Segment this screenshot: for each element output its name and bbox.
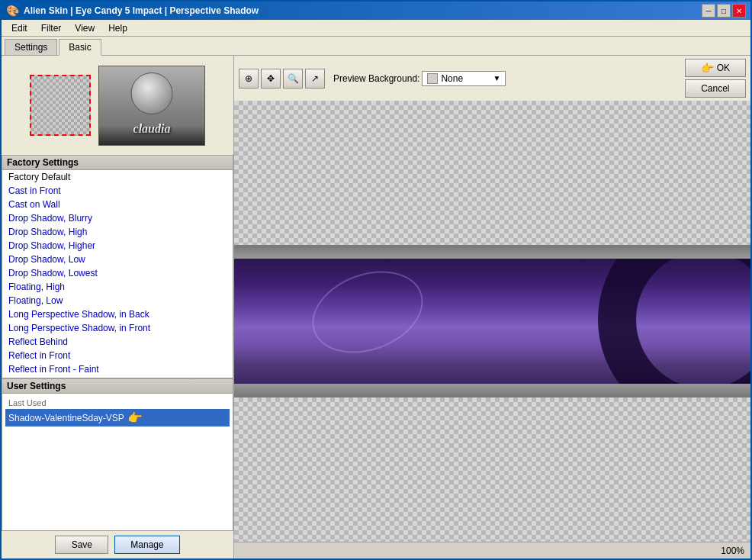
list-item-drop-shadow-lowest[interactable]: Drop Shadow, Lowest bbox=[2, 266, 233, 280]
manage-button[interactable]: Manage bbox=[114, 536, 179, 554]
main-window: 🎨 Alien Skin | Eye Candy 5 Impact | Pers… bbox=[0, 0, 752, 560]
list-item-cast-on-wall[interactable]: Cast on Wall bbox=[2, 198, 233, 211]
list-item-drop-shadow-higher[interactable]: Drop Shadow, Higher bbox=[2, 239, 233, 253]
list-item-reflect-front[interactable]: Reflect in Front bbox=[2, 349, 233, 362]
top-checker bbox=[234, 101, 750, 245]
user-settings-list[interactable]: Last Used Shadow-ValentineSday-VSP 👉 bbox=[2, 394, 233, 531]
window-title: Alien Skin | Eye Candy 5 Impact | Perspe… bbox=[24, 5, 259, 16]
middle-section bbox=[234, 245, 750, 397]
list-item-floating-high[interactable]: Floating, High bbox=[2, 280, 233, 294]
purple-area bbox=[234, 259, 750, 384]
preview-bg-value: None bbox=[441, 73, 463, 84]
thumb-circle bbox=[131, 72, 173, 114]
close-button[interactable]: ✕ bbox=[732, 4, 746, 18]
list-item-factory-default[interactable]: Factory Default bbox=[2, 170, 233, 184]
arrow-button[interactable]: ↗ bbox=[305, 69, 325, 89]
thumbnail-area: claudia bbox=[2, 56, 233, 155]
menu-bar: Edit Filter View Help bbox=[2, 20, 750, 37]
ok-button[interactable]: 👉 OK bbox=[685, 59, 746, 77]
preview-bg-dropdown[interactable]: None ▼ bbox=[422, 71, 506, 86]
after-thumbnail: claudia bbox=[98, 66, 205, 146]
zoom-fit-button[interactable]: ⊕ bbox=[239, 69, 259, 89]
title-bar: 🎨 Alien Skin | Eye Candy 5 Impact | Pers… bbox=[2, 2, 750, 20]
pan-icon: ✥ bbox=[267, 73, 275, 84]
ok-cancel-buttons: 👉 OK Cancel bbox=[685, 59, 746, 98]
list-item-drop-shadow-high[interactable]: Drop Shadow, High bbox=[2, 225, 233, 239]
title-bar-left: 🎨 Alien Skin | Eye Candy 5 Impact | Pers… bbox=[6, 5, 259, 17]
tab-basic[interactable]: Basic bbox=[59, 39, 101, 56]
zoom-fit-icon: ⊕ bbox=[245, 73, 252, 84]
right-panel: ⊕ ✥ 🔍 ↗ Preview Background: None bbox=[234, 56, 750, 558]
factory-settings-list[interactable]: Factory Default Cast in Front Cast on Wa… bbox=[2, 170, 233, 378]
user-settings-header: User Settings bbox=[2, 378, 233, 394]
pan-button[interactable]: ✥ bbox=[261, 69, 281, 89]
user-setting-shadow-valentines[interactable]: Shadow-ValentineSday-VSP 👉 bbox=[5, 409, 230, 426]
gray-stripe-top bbox=[234, 245, 750, 259]
list-item-long-persp-front[interactable]: Long Perspective Shadow, in Front bbox=[2, 321, 233, 335]
before-thumbnail bbox=[30, 75, 91, 136]
factory-settings-header: Factory Settings bbox=[2, 155, 233, 170]
gray-stripe-bottom bbox=[234, 384, 750, 397]
menu-view[interactable]: View bbox=[68, 21, 101, 36]
tabs-bar: Settings Basic bbox=[2, 37, 750, 55]
right-header: ⊕ ✥ 🔍 ↗ Preview Background: None bbox=[234, 56, 750, 101]
light-curve bbox=[300, 259, 434, 368]
app-icon: 🎨 bbox=[6, 5, 19, 17]
last-used-label: Last Used bbox=[5, 397, 230, 409]
title-controls: ─ □ ✕ bbox=[702, 4, 746, 18]
list-item-reflect-behind[interactable]: Reflect Behind bbox=[2, 335, 233, 349]
minimize-button[interactable]: ─ bbox=[702, 4, 715, 18]
zoom-icon: 🔍 bbox=[288, 73, 299, 84]
thumb-shadow bbox=[99, 126, 204, 145]
hand-pointer-icon: 👉 bbox=[127, 410, 143, 425]
preview-area bbox=[234, 101, 750, 542]
selected-item-label: Shadow-ValentineSday-VSP bbox=[8, 413, 124, 423]
list-item-reflect-front-faint[interactable]: Reflect in Front - Faint bbox=[2, 362, 233, 376]
preview-bg-color-swatch bbox=[427, 73, 438, 84]
list-item-drop-shadow-blurry[interactable]: Drop Shadow, Blurry bbox=[2, 211, 233, 225]
bottom-checker bbox=[234, 397, 750, 542]
maximize-button[interactable]: □ bbox=[717, 4, 731, 18]
chevron-down-icon: ▼ bbox=[493, 74, 500, 82]
status-bar: 100% bbox=[234, 542, 750, 558]
list-item-cast-in-front[interactable]: Cast in Front bbox=[2, 184, 233, 198]
save-button[interactable]: Save bbox=[55, 536, 108, 554]
user-settings-section: User Settings Last Used Shadow-Valentine… bbox=[2, 378, 233, 531]
menu-filter[interactable]: Filter bbox=[34, 21, 69, 36]
menu-help[interactable]: Help bbox=[101, 21, 134, 36]
left-panel: claudia Factory Settings Factory Default… bbox=[2, 56, 234, 558]
tab-settings[interactable]: Settings bbox=[5, 39, 57, 55]
ok-hand-icon: 👉 bbox=[701, 62, 714, 74]
arrow-icon: ↗ bbox=[311, 73, 319, 84]
ok-label: OK bbox=[717, 63, 730, 73]
bottom-buttons: Save Manage bbox=[2, 531, 233, 558]
list-item-floating-low[interactable]: Floating, Low bbox=[2, 294, 233, 307]
preview-bg-label: Preview Background: bbox=[333, 73, 419, 84]
zoom-button[interactable]: 🔍 bbox=[283, 69, 303, 89]
zoom-level: 100% bbox=[721, 546, 744, 556]
toolbar: ⊕ ✥ 🔍 ↗ Preview Background: None bbox=[239, 69, 506, 89]
content-area: claudia Factory Settings Factory Default… bbox=[2, 55, 750, 558]
cancel-button[interactable]: Cancel bbox=[685, 79, 746, 98]
menu-edit[interactable]: Edit bbox=[5, 21, 34, 36]
list-item-long-persp-back[interactable]: Long Perspective Shadow, in Back bbox=[2, 307, 233, 321]
factory-settings-section: Factory Settings Factory Default Cast in… bbox=[2, 155, 233, 378]
list-item-drop-shadow-low[interactable]: Drop Shadow, Low bbox=[2, 253, 233, 266]
dark-curve bbox=[598, 259, 750, 384]
